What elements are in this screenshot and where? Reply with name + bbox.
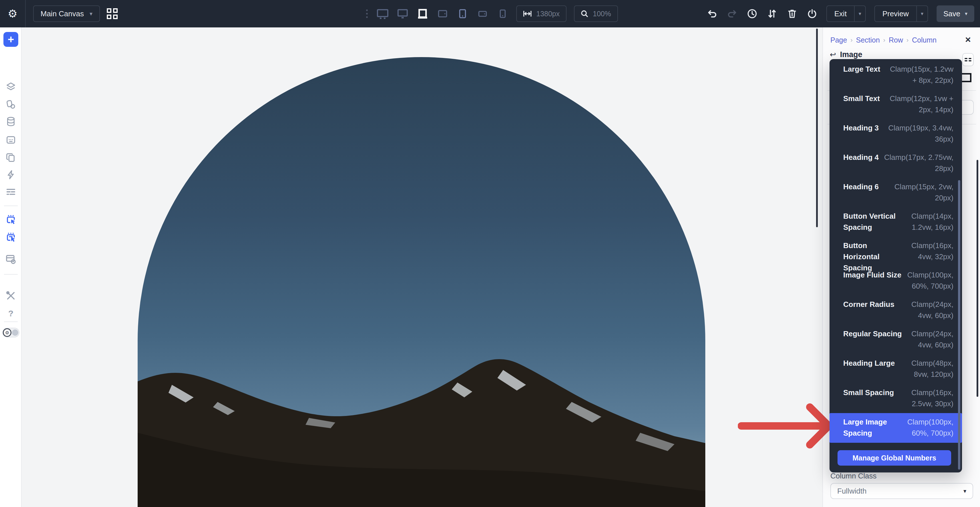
global-number-value: Clamp(17px, 2.75vw, 28px) xyxy=(883,152,953,174)
help-icon[interactable]: ? xyxy=(5,308,17,319)
global-number-item[interactable]: Heading 6Clamp(15px, 2vw, 20px) xyxy=(829,178,962,207)
interaction-select-alt-icon[interactable] xyxy=(5,232,17,243)
global-number-value: Clamp(12px, 1vw + 2px, 14px) xyxy=(885,93,953,115)
global-number-item[interactable]: Heading LargeClamp(48px, 8vw, 120px) xyxy=(829,354,962,384)
device-tablet-landscape-icon[interactable] xyxy=(436,7,449,21)
global-number-item-selected[interactable]: Large Image SpacingClamp(100px, 60%, 700… xyxy=(829,413,962,443)
global-number-label: Heading 4 xyxy=(843,152,879,163)
mountain-landscape-image xyxy=(138,347,705,507)
layers-icon[interactable] xyxy=(5,81,17,92)
breadcrumb-page[interactable]: Page xyxy=(830,36,847,44)
panel-options-icon-button[interactable] xyxy=(962,53,974,66)
preview-button[interactable]: Preview xyxy=(875,6,916,21)
window-settings-icon[interactable] xyxy=(5,253,17,265)
close-panel-icon[interactable]: × xyxy=(962,34,974,45)
toolbar-left-group: ⚙ Main Canvas ▾ xyxy=(0,0,118,27)
redo-icon[interactable] xyxy=(726,8,738,19)
global-number-item[interactable]: Large TextClamp(15px, 1.2vw + 8px, 22px) xyxy=(829,60,962,90)
global-numbers-list: Large TextClamp(15px, 1.2vw + 8px, 22px)… xyxy=(829,60,962,443)
canvas-zoom-input[interactable]: 100% xyxy=(574,5,618,22)
form-field-icon[interactable] xyxy=(5,134,17,146)
canvas-selector-dropdown[interactable]: Main Canvas ▾ xyxy=(33,5,100,22)
dots-icon xyxy=(964,58,971,61)
dropdown-scrollbar[interactable] xyxy=(958,180,960,470)
save-dropdown-caret[interactable]: ▾ xyxy=(965,11,967,17)
width-arrows-icon xyxy=(523,10,532,17)
power-icon[interactable] xyxy=(807,8,818,19)
drag-handle-icon[interactable] xyxy=(366,10,368,18)
copy-pages-icon[interactable] xyxy=(5,152,17,163)
global-numbers-dropdown: Large TextClamp(15px, 1.2vw + 8px, 22px)… xyxy=(829,59,962,472)
sort-arrows-icon[interactable] xyxy=(767,8,778,19)
element-header: ↩ Image xyxy=(830,50,862,59)
global-number-item[interactable]: Small SpacingClamp(16px, 2.5vw, 30px) xyxy=(829,384,962,413)
sidebar-divider xyxy=(4,321,18,322)
device-desktop-large-icon[interactable] xyxy=(376,7,389,21)
global-number-label: Button Horizontal Spacing xyxy=(843,240,905,273)
toggle-gear-icon: ⚙ xyxy=(3,328,11,337)
settings-gear-icon[interactable]: ⚙ xyxy=(0,8,25,20)
chevron-down-icon: ▾ xyxy=(90,10,92,17)
interaction-select-icon[interactable] xyxy=(5,214,17,226)
canvas-selector-label: Main Canvas xyxy=(41,10,84,18)
global-number-label: Small Spacing xyxy=(843,387,894,398)
global-number-item[interactable]: Button Horizontal SpacingClamp(16px, 4vw… xyxy=(829,237,962,266)
panel-scrollbar[interactable] xyxy=(977,160,978,397)
global-number-item[interactable]: Corner RadiusClamp(24px, 4vw, 60px) xyxy=(829,296,962,325)
history-clock-icon[interactable] xyxy=(746,8,758,19)
breadcrumb-row[interactable]: Row xyxy=(889,36,903,44)
exit-split-button: Exit ▾ xyxy=(826,5,866,22)
global-number-label: Heading Large xyxy=(843,358,895,369)
global-number-item[interactable]: Small TextClamp(12px, 1vw + 2px, 14px) xyxy=(829,90,962,119)
breadcrumb-column[interactable]: Column xyxy=(912,36,937,44)
manage-global-numbers-button[interactable]: Manage Global Numbers xyxy=(837,450,951,466)
canvas-scrollbar[interactable] xyxy=(816,29,818,227)
global-number-item[interactable]: Image Fluid SizeClamp(100px, 60%, 700px) xyxy=(829,266,962,296)
tools-icon[interactable] xyxy=(5,290,17,302)
toolbar-right-group: Exit ▾ Preview ▾ Save ▾ xyxy=(706,0,974,27)
global-number-label: Heading 3 xyxy=(843,122,879,134)
chevron-down-icon: ▾ xyxy=(963,488,966,494)
global-number-value: Clamp(16px, 2.5vw, 30px) xyxy=(899,387,953,409)
arch-image-block[interactable] xyxy=(138,57,705,507)
left-sidebar: + xyxy=(0,27,22,507)
lightning-icon[interactable] xyxy=(5,169,17,180)
global-number-value: Clamp(15px, 1.2vw + 8px, 22px) xyxy=(885,64,953,86)
save-button[interactable]: Save ▾ xyxy=(937,5,974,22)
settings-mode-toggle[interactable]: ⚙ xyxy=(2,328,19,337)
exit-button[interactable]: Exit xyxy=(827,6,854,21)
global-number-item[interactable]: Button Vertical SpacingClamp(14px, 1.2vw… xyxy=(829,207,962,237)
device-phone-portrait-icon[interactable] xyxy=(496,7,509,21)
global-number-label: Button Vertical Spacing xyxy=(843,211,905,233)
global-number-value: Clamp(100px, 60%, 700px) xyxy=(907,416,953,439)
device-phone-landscape-icon[interactable] xyxy=(476,7,489,21)
database-icon[interactable] xyxy=(5,116,17,127)
undo-icon[interactable] xyxy=(706,8,718,19)
grid-view-icon[interactable] xyxy=(107,8,118,19)
list-rows-icon[interactable] xyxy=(5,186,17,197)
global-number-item[interactable]: Heading 4Clamp(17px, 2.75vw, 28px) xyxy=(829,148,962,178)
exit-dropdown-caret[interactable]: ▾ xyxy=(854,6,865,21)
global-number-value: Clamp(15px, 2vw, 20px) xyxy=(883,181,953,203)
zoom-magnifier-icon xyxy=(581,10,588,17)
device-desktop-icon[interactable] xyxy=(396,7,409,21)
toolbar-divider xyxy=(25,0,26,27)
trash-icon[interactable] xyxy=(786,8,798,19)
add-block-button[interactable]: + xyxy=(3,32,18,47)
design-library-icon[interactable] xyxy=(5,99,17,110)
canvas-width-input[interactable]: 1380px xyxy=(516,5,566,22)
breadcrumb-section[interactable]: Section xyxy=(856,36,880,44)
global-number-value: Clamp(48px, 8vw, 120px) xyxy=(899,358,953,380)
sidebar-divider xyxy=(4,274,18,275)
editor-canvas[interactable] xyxy=(22,27,822,507)
device-laptop-icon-active[interactable] xyxy=(416,7,429,21)
global-number-item[interactable]: Regular SpacingClamp(24px, 4vw, 60px) xyxy=(829,325,962,354)
column-class-select[interactable]: Fullwidth ▾ xyxy=(830,483,973,499)
preview-dropdown-caret[interactable]: ▾ xyxy=(916,6,928,21)
breadcrumb-separator: › xyxy=(906,37,908,44)
global-number-item[interactable]: Heading 3Clamp(19px, 3.4vw, 36px) xyxy=(829,119,962,148)
global-number-label: Heading 6 xyxy=(843,181,879,192)
back-arrow-icon[interactable]: ↩ xyxy=(830,50,836,59)
device-tablet-portrait-icon[interactable] xyxy=(456,7,469,21)
global-number-label: Regular Spacing xyxy=(843,328,902,339)
